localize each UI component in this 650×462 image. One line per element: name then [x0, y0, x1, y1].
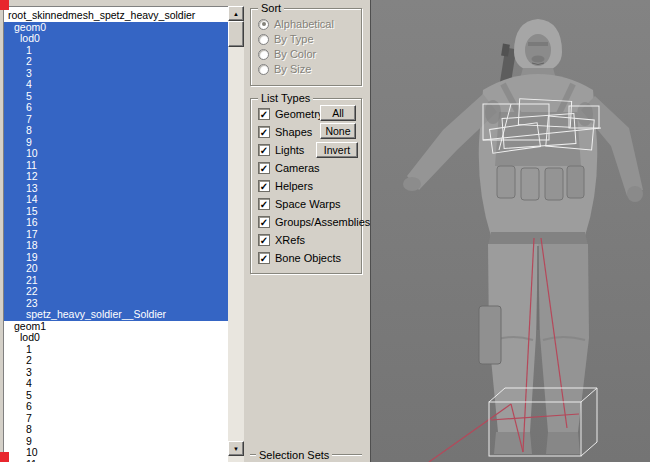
sort-option-by-color[interactable]: By Color	[258, 47, 316, 61]
radio-icon[interactable]	[258, 64, 269, 75]
sort-group: Sort Alphabetical By Type By Color By Si…	[250, 8, 362, 86]
scene-object-list[interactable]: root_skinnedmesh_spetz_heavy_soldiergeom…	[3, 6, 228, 462]
list-item[interactable]: 7	[4, 413, 228, 425]
checkbox-row-bone-objects[interactable]: ✓ Bone Objects	[258, 251, 341, 265]
list-item[interactable]: 8	[4, 125, 228, 137]
list-item[interactable]: 12	[4, 171, 228, 183]
checkbox-row-shapes[interactable]: ✓ Shapes	[258, 125, 312, 139]
red-marker-top-left	[0, 0, 9, 10]
checkbox-icon[interactable]: ✓	[258, 234, 270, 246]
list-item[interactable]: 9	[4, 436, 228, 448]
checkbox-label: XRefs	[275, 234, 305, 246]
checkbox-label: Shapes	[275, 126, 312, 138]
list-item[interactable]: 3	[4, 68, 228, 80]
red-marker-bottom-left	[0, 452, 9, 462]
divider	[250, 454, 256, 456]
sort-option-alphabetical[interactable]: Alphabetical	[258, 17, 334, 31]
list-scrollbar[interactable]: ▲ ▼	[228, 6, 244, 462]
list-item[interactable]: 19	[4, 252, 228, 264]
sort-option-label: By Type	[274, 33, 314, 45]
list-item[interactable]: spetz_heavy_soldier__Soldier	[4, 309, 228, 321]
sort-option-by-type[interactable]: By Type	[258, 32, 314, 46]
sort-option-label: Alphabetical	[274, 18, 334, 30]
list-item[interactable]: 6	[4, 102, 228, 114]
list-item[interactable]: geom1	[4, 321, 228, 333]
scrollbar-thumb[interactable]	[228, 21, 244, 47]
list-item[interactable]: 11	[4, 160, 228, 172]
checkbox-row-xrefs[interactable]: ✓ XRefs	[258, 233, 305, 247]
list-item[interactable]: 13	[4, 183, 228, 195]
list-item[interactable]: 4	[4, 79, 228, 91]
none-button[interactable]: None	[320, 123, 356, 139]
checkbox-icon[interactable]: ✓	[258, 180, 270, 192]
list-item[interactable]: 16	[4, 217, 228, 229]
screen: root_skinnedmesh_spetz_heavy_soldiergeom…	[0, 0, 650, 462]
list-item[interactable]: lod0	[4, 33, 228, 45]
list-item[interactable]: 2	[4, 355, 228, 367]
checkbox-row-cameras[interactable]: ✓ Cameras	[258, 161, 320, 175]
list-item[interactable]: 14	[4, 194, 228, 206]
checkbox-icon[interactable]: ✓	[258, 162, 270, 174]
list-item[interactable]: 22	[4, 286, 228, 298]
checkbox-icon[interactable]: ✓	[258, 216, 270, 228]
checkbox-label: Cameras	[275, 162, 320, 174]
sort-group-title: Sort	[258, 2, 284, 14]
list-item[interactable]: 20	[4, 263, 228, 275]
list-item[interactable]: 18	[4, 240, 228, 252]
radio-icon[interactable]	[258, 34, 269, 45]
list-item[interactable]: 1	[4, 344, 228, 356]
checkbox-label: Helpers	[275, 180, 313, 192]
scroll-up-button[interactable]: ▲	[228, 6, 244, 21]
list-item[interactable]: 7	[4, 114, 228, 126]
list-item[interactable]: 3	[4, 367, 228, 379]
divider	[332, 454, 362, 456]
checkbox-row-groups-assemblies[interactable]: ✓ Groups/Assemblies	[258, 215, 370, 229]
radio-icon[interactable]	[258, 19, 269, 30]
list-item[interactable]: root_skinnedmesh_spetz_heavy_soldier	[4, 10, 228, 22]
checkbox-row-helpers[interactable]: ✓ Helpers	[258, 179, 313, 193]
list-item[interactable]: 15	[4, 206, 228, 218]
checkbox-icon[interactable]: ✓	[258, 126, 270, 138]
checkbox-label: Lights	[275, 144, 304, 156]
checkbox-row-space-warps[interactable]: ✓ Space Warps	[258, 197, 341, 211]
list-item[interactable]: 8	[4, 424, 228, 436]
list-item[interactable]: 6	[4, 401, 228, 413]
all-button[interactable]: All	[320, 105, 356, 121]
list-item[interactable]: 11	[4, 459, 228, 462]
checkbox-icon[interactable]: ✓	[258, 252, 270, 264]
list-item[interactable]: 5	[4, 91, 228, 103]
list-item[interactable]: 9	[4, 137, 228, 149]
scroll-down-icon: ▼	[233, 446, 239, 452]
list-item[interactable]: 23	[4, 298, 228, 310]
checkbox-row-geometry[interactable]: ✓ Geometry	[258, 107, 323, 121]
invert-button[interactable]: Invert	[316, 142, 358, 158]
list-item[interactable]: 5	[4, 390, 228, 402]
selection-sets-title: Selection Sets	[259, 449, 329, 461]
checkbox-icon[interactable]: ✓	[258, 144, 270, 156]
list-item[interactable]: 17	[4, 229, 228, 241]
list-item[interactable]: 21	[4, 275, 228, 287]
scroll-down-button[interactable]: ▼	[228, 441, 244, 456]
list-item[interactable]: 1	[4, 45, 228, 57]
list-item[interactable]: geom0	[4, 22, 228, 34]
list-types-group-title: List Types	[258, 92, 313, 104]
sort-option-label: By Size	[274, 63, 311, 75]
list-item[interactable]: 2	[4, 56, 228, 68]
list-item[interactable]: 10	[4, 148, 228, 160]
checkbox-icon[interactable]: ✓	[258, 198, 270, 210]
checkbox-row-lights[interactable]: ✓ Lights	[258, 143, 304, 157]
selection-sets-group: Selection Sets	[250, 447, 362, 462]
sort-option-label: By Color	[274, 48, 316, 60]
sort-option-by-size[interactable]: By Size	[258, 62, 311, 76]
list-item[interactable]: 10	[4, 447, 228, 459]
viewport-3d[interactable]	[371, 0, 650, 462]
list-item[interactable]: 4	[4, 378, 228, 390]
checkbox-label: Geometry	[275, 108, 323, 120]
checkbox-label: Bone Objects	[275, 252, 341, 264]
list-item[interactable]: lod0	[4, 332, 228, 344]
list-types-group: List Types ✓ Geometry ✓ Shapes ✓ Lights …	[250, 98, 362, 274]
radio-icon[interactable]	[258, 49, 269, 60]
checkbox-icon[interactable]: ✓	[258, 108, 270, 120]
checkbox-label: Groups/Assemblies	[275, 216, 370, 228]
dialog-controls-panel: Sort Alphabetical By Type By Color By Si…	[245, 0, 371, 462]
